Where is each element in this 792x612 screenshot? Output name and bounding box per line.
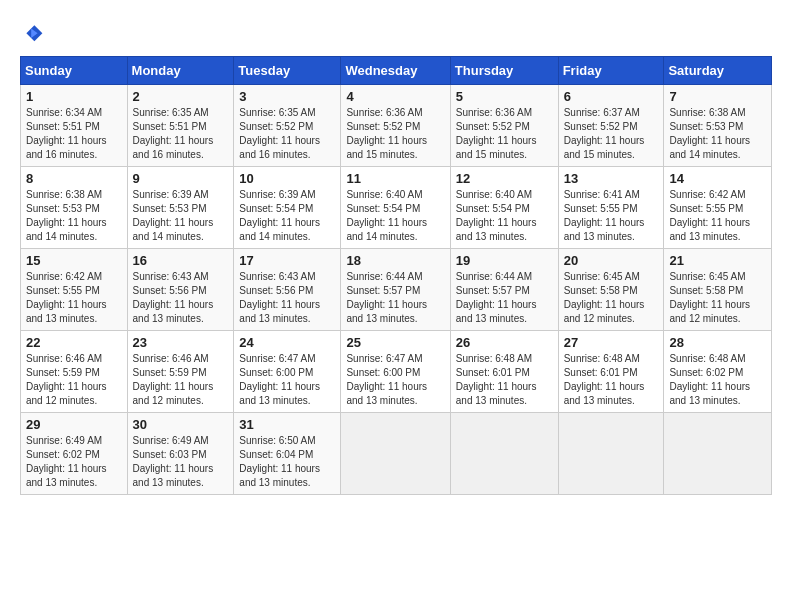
- calendar-cell: 12 Sunrise: 6:40 AMSunset: 5:54 PMDaylig…: [450, 167, 558, 249]
- header-day-wednesday: Wednesday: [341, 57, 450, 85]
- day-number: 6: [564, 89, 660, 104]
- day-number: 2: [133, 89, 230, 104]
- day-info: Sunrise: 6:42 AMSunset: 5:55 PMDaylight:…: [26, 271, 107, 324]
- day-number: 22: [26, 335, 123, 350]
- calendar-cell: 4 Sunrise: 6:36 AMSunset: 5:52 PMDayligh…: [341, 85, 450, 167]
- day-number: 3: [239, 89, 336, 104]
- calendar-cell: 2 Sunrise: 6:35 AMSunset: 5:51 PMDayligh…: [127, 85, 234, 167]
- calendar-cell: 15 Sunrise: 6:42 AMSunset: 5:55 PMDaylig…: [21, 249, 128, 331]
- day-info: Sunrise: 6:38 AMSunset: 5:53 PMDaylight:…: [26, 189, 107, 242]
- calendar-cell: 1 Sunrise: 6:34 AMSunset: 5:51 PMDayligh…: [21, 85, 128, 167]
- calendar-cell: 25 Sunrise: 6:47 AMSunset: 6:00 PMDaylig…: [341, 331, 450, 413]
- header-day-monday: Monday: [127, 57, 234, 85]
- calendar-cell: 18 Sunrise: 6:44 AMSunset: 5:57 PMDaylig…: [341, 249, 450, 331]
- calendar-cell: 19 Sunrise: 6:44 AMSunset: 5:57 PMDaylig…: [450, 249, 558, 331]
- day-number: 15: [26, 253, 123, 268]
- day-info: Sunrise: 6:49 AMSunset: 6:02 PMDaylight:…: [26, 435, 107, 488]
- day-info: Sunrise: 6:42 AMSunset: 5:55 PMDaylight:…: [669, 189, 750, 242]
- day-info: Sunrise: 6:47 AMSunset: 6:00 PMDaylight:…: [346, 353, 427, 406]
- calendar-cell: 26 Sunrise: 6:48 AMSunset: 6:01 PMDaylig…: [450, 331, 558, 413]
- header-day-sunday: Sunday: [21, 57, 128, 85]
- day-number: 28: [669, 335, 767, 350]
- calendar-cell: 27 Sunrise: 6:48 AMSunset: 6:01 PMDaylig…: [558, 331, 664, 413]
- calendar-cell: 7 Sunrise: 6:38 AMSunset: 5:53 PMDayligh…: [664, 85, 772, 167]
- day-number: 5: [456, 89, 554, 104]
- header-day-friday: Friday: [558, 57, 664, 85]
- calendar-cell: 8 Sunrise: 6:38 AMSunset: 5:53 PMDayligh…: [21, 167, 128, 249]
- day-info: Sunrise: 6:35 AMSunset: 5:52 PMDaylight:…: [239, 107, 320, 160]
- day-info: Sunrise: 6:50 AMSunset: 6:04 PMDaylight:…: [239, 435, 320, 488]
- calendar-cell: 31 Sunrise: 6:50 AMSunset: 6:04 PMDaylig…: [234, 413, 341, 495]
- day-info: Sunrise: 6:35 AMSunset: 5:51 PMDaylight:…: [133, 107, 214, 160]
- day-info: Sunrise: 6:40 AMSunset: 5:54 PMDaylight:…: [346, 189, 427, 242]
- day-number: 20: [564, 253, 660, 268]
- day-info: Sunrise: 6:37 AMSunset: 5:52 PMDaylight:…: [564, 107, 645, 160]
- calendar-cell: 11 Sunrise: 6:40 AMSunset: 5:54 PMDaylig…: [341, 167, 450, 249]
- day-number: 4: [346, 89, 445, 104]
- day-info: Sunrise: 6:46 AMSunset: 5:59 PMDaylight:…: [26, 353, 107, 406]
- calendar-cell: [558, 413, 664, 495]
- calendar-cell: 14 Sunrise: 6:42 AMSunset: 5:55 PMDaylig…: [664, 167, 772, 249]
- day-number: 16: [133, 253, 230, 268]
- week-row-1: 1 Sunrise: 6:34 AMSunset: 5:51 PMDayligh…: [21, 85, 772, 167]
- day-info: Sunrise: 6:43 AMSunset: 5:56 PMDaylight:…: [133, 271, 214, 324]
- day-number: 13: [564, 171, 660, 186]
- day-info: Sunrise: 6:48 AMSunset: 6:02 PMDaylight:…: [669, 353, 750, 406]
- calendar-cell: 28 Sunrise: 6:48 AMSunset: 6:02 PMDaylig…: [664, 331, 772, 413]
- calendar-cell: 20 Sunrise: 6:45 AMSunset: 5:58 PMDaylig…: [558, 249, 664, 331]
- calendar-cell: 21 Sunrise: 6:45 AMSunset: 5:58 PMDaylig…: [664, 249, 772, 331]
- week-row-3: 15 Sunrise: 6:42 AMSunset: 5:55 PMDaylig…: [21, 249, 772, 331]
- day-number: 12: [456, 171, 554, 186]
- logo: [20, 22, 48, 46]
- day-number: 18: [346, 253, 445, 268]
- calendar-cell: 9 Sunrise: 6:39 AMSunset: 5:53 PMDayligh…: [127, 167, 234, 249]
- calendar-table: SundayMondayTuesdayWednesdayThursdayFrid…: [20, 56, 772, 495]
- calendar-cell: [664, 413, 772, 495]
- calendar-cell: [341, 413, 450, 495]
- calendar-cell: 30 Sunrise: 6:49 AMSunset: 6:03 PMDaylig…: [127, 413, 234, 495]
- page: SundayMondayTuesdayWednesdayThursdayFrid…: [0, 0, 792, 507]
- calendar-cell: 22 Sunrise: 6:46 AMSunset: 5:59 PMDaylig…: [21, 331, 128, 413]
- day-number: 8: [26, 171, 123, 186]
- day-info: Sunrise: 6:45 AMSunset: 5:58 PMDaylight:…: [669, 271, 750, 324]
- day-info: Sunrise: 6:36 AMSunset: 5:52 PMDaylight:…: [346, 107, 427, 160]
- day-number: 17: [239, 253, 336, 268]
- week-row-4: 22 Sunrise: 6:46 AMSunset: 5:59 PMDaylig…: [21, 331, 772, 413]
- header-day-tuesday: Tuesday: [234, 57, 341, 85]
- day-info: Sunrise: 6:41 AMSunset: 5:55 PMDaylight:…: [564, 189, 645, 242]
- header-day-saturday: Saturday: [664, 57, 772, 85]
- week-row-2: 8 Sunrise: 6:38 AMSunset: 5:53 PMDayligh…: [21, 167, 772, 249]
- day-info: Sunrise: 6:43 AMSunset: 5:56 PMDaylight:…: [239, 271, 320, 324]
- logo-icon: [20, 22, 44, 46]
- day-number: 31: [239, 417, 336, 432]
- day-info: Sunrise: 6:46 AMSunset: 5:59 PMDaylight:…: [133, 353, 214, 406]
- day-number: 24: [239, 335, 336, 350]
- day-number: 7: [669, 89, 767, 104]
- day-number: 23: [133, 335, 230, 350]
- calendar-cell: 24 Sunrise: 6:47 AMSunset: 6:00 PMDaylig…: [234, 331, 341, 413]
- header-day-thursday: Thursday: [450, 57, 558, 85]
- day-number: 1: [26, 89, 123, 104]
- calendar-cell: 29 Sunrise: 6:49 AMSunset: 6:02 PMDaylig…: [21, 413, 128, 495]
- day-info: Sunrise: 6:39 AMSunset: 5:54 PMDaylight:…: [239, 189, 320, 242]
- day-number: 30: [133, 417, 230, 432]
- day-number: 10: [239, 171, 336, 186]
- day-info: Sunrise: 6:39 AMSunset: 5:53 PMDaylight:…: [133, 189, 214, 242]
- day-info: Sunrise: 6:45 AMSunset: 5:58 PMDaylight:…: [564, 271, 645, 324]
- calendar-header: SundayMondayTuesdayWednesdayThursdayFrid…: [21, 57, 772, 85]
- calendar-cell: 6 Sunrise: 6:37 AMSunset: 5:52 PMDayligh…: [558, 85, 664, 167]
- day-info: Sunrise: 6:38 AMSunset: 5:53 PMDaylight:…: [669, 107, 750, 160]
- header-row: SundayMondayTuesdayWednesdayThursdayFrid…: [21, 57, 772, 85]
- calendar-cell: 5 Sunrise: 6:36 AMSunset: 5:52 PMDayligh…: [450, 85, 558, 167]
- calendar-body: 1 Sunrise: 6:34 AMSunset: 5:51 PMDayligh…: [21, 85, 772, 495]
- day-info: Sunrise: 6:40 AMSunset: 5:54 PMDaylight:…: [456, 189, 537, 242]
- day-number: 21: [669, 253, 767, 268]
- day-number: 9: [133, 171, 230, 186]
- calendar-cell: 3 Sunrise: 6:35 AMSunset: 5:52 PMDayligh…: [234, 85, 341, 167]
- calendar-cell: 13 Sunrise: 6:41 AMSunset: 5:55 PMDaylig…: [558, 167, 664, 249]
- day-number: 29: [26, 417, 123, 432]
- day-info: Sunrise: 6:34 AMSunset: 5:51 PMDaylight:…: [26, 107, 107, 160]
- calendar-cell: 10 Sunrise: 6:39 AMSunset: 5:54 PMDaylig…: [234, 167, 341, 249]
- day-number: 26: [456, 335, 554, 350]
- calendar-cell: 17 Sunrise: 6:43 AMSunset: 5:56 PMDaylig…: [234, 249, 341, 331]
